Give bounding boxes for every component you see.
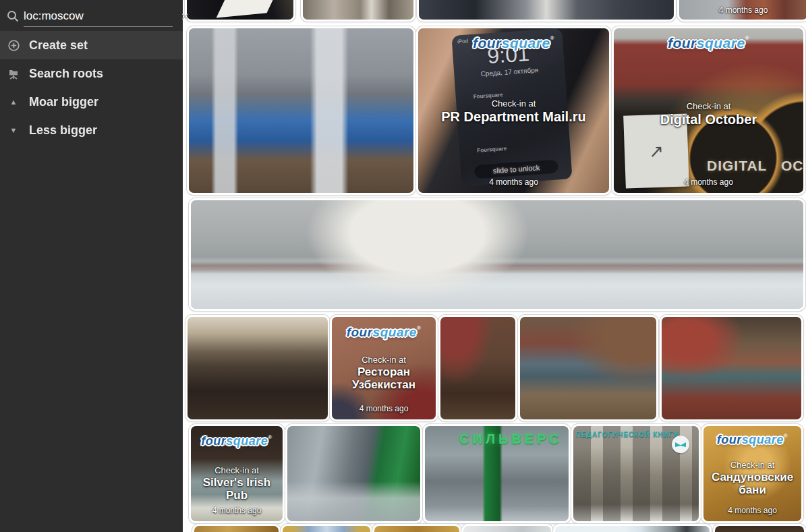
sidebar-item-less-bigger[interactable]: ▼ Less bigger (0, 116, 183, 144)
photo-tile-restaurant-interior-2[interactable] (518, 315, 658, 421)
photo-tile-bookstore[interactable]: ПЕДАГОГИЧЕСКОЙ КНИГИ (571, 424, 701, 523)
app-window: ✕ Create set (0, 0, 806, 532)
photo-tile-checkin-restoran-uzbekistan[interactable]: foursquare® Check-in at Ресторан Узбекис… (330, 315, 438, 421)
checkin-overlay: Check-in at Silver's Irish Pub (191, 465, 283, 502)
photo-tile-bathhouse-ceiling-2[interactable] (372, 524, 461, 532)
search-row: ✕ (0, 0, 183, 31)
photo-tile-st-basils[interactable]: 4 months ago (677, 0, 806, 22)
sidebar-item-label: Search roots (29, 67, 103, 81)
checkin-overlay: Check-in at Digital October (614, 101, 803, 127)
open-book-icon (672, 436, 689, 453)
circle-plus-icon (7, 40, 20, 51)
foursquare-logo: foursquare® (418, 35, 609, 51)
photo-age-label: 4 months ago (418, 177, 609, 187)
roots-icon (7, 68, 20, 80)
sidebar-menu: Create set Search roots ▲ Moar bigger (0, 31, 183, 144)
photo-tile-carved-wall[interactable] (713, 524, 806, 532)
photo-age-label: 4 months ago (614, 177, 803, 187)
photo-tile-people-counter[interactable] (301, 0, 415, 22)
checkin-overlay: Check-in at Сандуновские бани (703, 460, 801, 496)
search-input[interactable] (24, 9, 173, 23)
photo-tile-dark-table[interactable] (185, 0, 295, 22)
foursquare-logo: foursquare® (191, 434, 283, 448)
photo-tile-checkin-silvers-irish-pub[interactable]: foursquare® Check-in at Silver's Irish P… (189, 424, 285, 523)
photo-decor (216, 0, 278, 18)
neon-sign-text: СИЛЬВЕРС (459, 432, 569, 447)
triangle-down-icon: ▼ (7, 126, 20, 134)
search-icon (7, 10, 19, 22)
photo-age-label: 4 months ago (191, 506, 283, 515)
photo-tile-exhibition[interactable] (417, 0, 676, 22)
photo-age-label: 4 months ago (703, 506, 801, 515)
building-sign-october: OCTOB (781, 158, 805, 174)
photo-tile-checkin-pr-department[interactable]: iPod 9:01 Среда, 17 октября Foursquare F… (416, 26, 611, 195)
photo-tile-pub-neon-sign[interactable]: СИЛЬВЕРС (423, 424, 571, 523)
clear-search-button[interactable]: ✕ (181, 11, 190, 22)
sidebar-item-search-roots[interactable]: Search roots (0, 59, 183, 88)
triangle-up-icon: ▲ (7, 98, 20, 106)
venue-name: Silver's Irish Pub (191, 476, 283, 502)
venue-name: Ресторан Узбекистан (332, 365, 436, 391)
slide-to-unlock-label: slide to unlock (473, 160, 558, 179)
photo-tile-snowy-street[interactable] (553, 524, 712, 532)
photo-tile-bathhouse-ceiling-1[interactable] (192, 524, 281, 532)
sidebar-item-label: Moar bigger (29, 95, 98, 109)
phone-notification-app: Foursquare (477, 146, 507, 154)
sidebar: ✕ Create set (0, 0, 183, 532)
photo-tile-checkin-digital-october[interactable]: ↗ DIGITAL OCTOB foursquare® Check-in at … (612, 26, 805, 195)
venue-name: Сандуновские бани (703, 471, 801, 496)
photo-tile-arch-painting[interactable] (281, 524, 372, 532)
search-underline (24, 6, 173, 27)
venue-name: Digital October (614, 112, 803, 127)
checkin-overlay: Check-in at Ресторан Узбекистан (332, 355, 436, 391)
photo-tile-restaurant-interior-1[interactable] (438, 315, 517, 421)
photo-tile-pub-entrance[interactable] (285, 424, 422, 523)
photo-tile-restaurant-interior-3[interactable] (660, 315, 803, 421)
foursquare-logo: foursquare® (332, 325, 436, 340)
sidebar-item-moar-bigger[interactable]: ▲ Moar bigger (0, 88, 183, 116)
photo-age-label: 4 months ago (679, 5, 806, 15)
foursquare-logo: foursquare® (703, 433, 801, 447)
sidebar-item-label: Less bigger (29, 123, 97, 138)
photo-tile-white-stairs[interactable] (461, 524, 553, 532)
photo-tile-atrium[interactable] (187, 26, 415, 195)
sidebar-item-label: Create set (29, 38, 88, 53)
photo-tile-cathedral-panorama[interactable] (189, 198, 805, 311)
checkin-overlay: Check-in at PR Department Mail.ru (418, 98, 609, 124)
photo-tile-metro-station[interactable] (185, 315, 330, 421)
building-sign-digital: DIGITAL (707, 158, 767, 174)
foursquare-logo: foursquare® (614, 35, 803, 51)
photo-age-label: 4 months ago (332, 404, 436, 413)
photo-tile-checkin-sandunovskie-bani[interactable]: foursquare® Check-in at Сандуновские бан… (701, 424, 803, 523)
sidebar-item-create-set[interactable]: Create set (0, 31, 183, 59)
venue-name: PR Department Mail.ru (418, 109, 609, 124)
